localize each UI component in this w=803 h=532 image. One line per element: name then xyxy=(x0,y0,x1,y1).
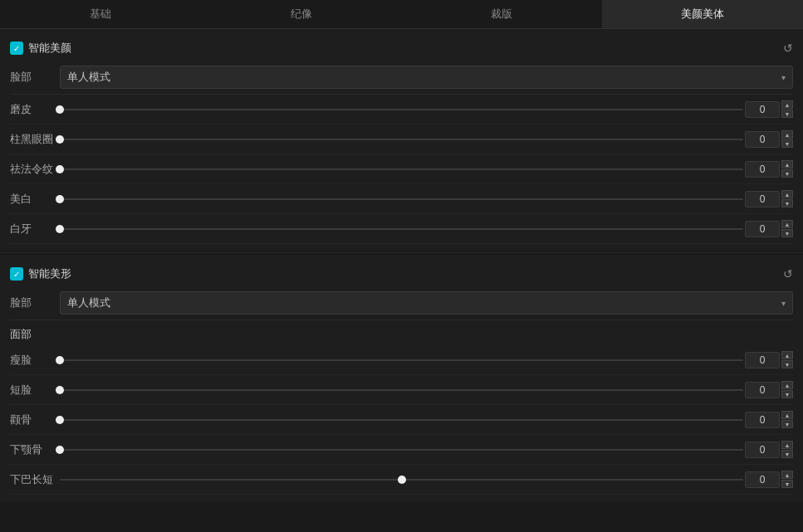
slider-track-wrap-face-2[interactable] xyxy=(60,161,743,178)
slider-track-wrap-body-1[interactable] xyxy=(60,382,743,398)
slider-row: 磨皮▲▼ xyxy=(10,95,793,124)
slider-thumb-face-0[interactable] xyxy=(56,105,64,114)
stepper-up-face-1[interactable]: ▲ xyxy=(781,130,793,139)
slider-label-body-3: 下颚骨 xyxy=(10,442,60,457)
face-mode-select[interactable]: 单人模式 ▾ xyxy=(60,66,793,89)
stepper-up-body-1[interactable]: ▲ xyxy=(781,381,793,389)
check-icon-body: ✓ xyxy=(13,270,20,279)
slider-row: 白牙▲▼ xyxy=(10,214,793,244)
slider-thumb-body-3[interactable] xyxy=(56,446,64,454)
stepper-face-1: ▲▼ xyxy=(781,130,793,148)
slider-value-input-body-4[interactable] xyxy=(745,471,780,488)
smart-face-checkbox[interactable]: ✓ xyxy=(10,41,23,55)
slider-label-face-0: 磨皮 xyxy=(10,102,60,117)
smart-face-reset-icon[interactable]: ↺ xyxy=(783,41,793,55)
slider-track-wrap-body-0[interactable] xyxy=(60,352,743,368)
stepper-body-3: ▲▼ xyxy=(781,441,793,458)
slider-thumb-face-3[interactable] xyxy=(56,195,64,203)
smart-face-section: ✓ 智能美颜 ↺ 脸部 单人模式 ▾ 磨皮▲▼柱黑眼圈▲▼祛法令纹▲▼美白▲▼白… xyxy=(0,29,803,251)
slider-value-box-face-1: ▲▼ xyxy=(743,130,793,148)
slider-thumb-face-1[interactable] xyxy=(56,135,64,144)
tab-basic[interactable]: 基础 xyxy=(0,0,201,28)
stepper-down-face-1[interactable]: ▼ xyxy=(781,139,793,148)
slider-track-face-2 xyxy=(60,168,743,170)
stepper-up-body-2[interactable]: ▲ xyxy=(781,411,793,419)
tab-beauty[interactable]: 美颜美体 xyxy=(602,0,803,28)
stepper-down-face-4[interactable]: ▼ xyxy=(781,229,793,237)
face-mode-value: 单人模式 xyxy=(67,70,110,85)
stepper-down-face-3[interactable]: ▼ xyxy=(781,199,793,207)
slider-value-box-body-4: ▲▼ xyxy=(743,471,793,488)
slider-row: 祛法令纹▲▼ xyxy=(10,154,793,184)
smart-body-reset-icon[interactable]: ↺ xyxy=(783,267,793,281)
slider-value-box-body-3: ▲▼ xyxy=(743,441,793,458)
stepper-up-body-0[interactable]: ▲ xyxy=(781,351,793,359)
body-face-mode-value: 单人模式 xyxy=(67,295,110,310)
slider-thumb-face-4[interactable] xyxy=(56,225,64,233)
slider-track-wrap-body-3[interactable] xyxy=(60,442,743,458)
stepper-up-face-2[interactable]: ▲ xyxy=(781,160,793,168)
face-label: 脸部 xyxy=(10,70,60,85)
stepper-down-body-1[interactable]: ▼ xyxy=(781,390,793,398)
slider-track-wrap-face-3[interactable] xyxy=(60,191,743,207)
slider-value-input-body-0[interactable] xyxy=(745,352,780,368)
slider-track-wrap-body-4[interactable] xyxy=(60,471,743,488)
slider-value-input-face-3[interactable] xyxy=(745,191,780,207)
slider-value-input-face-1[interactable] xyxy=(745,131,780,148)
stepper-down-body-3[interactable]: ▼ xyxy=(781,450,793,458)
stepper-body-4: ▲▼ xyxy=(781,471,793,488)
stepper-face-3: ▲▼ xyxy=(781,190,793,207)
tab-layout[interactable]: 裁版 xyxy=(402,0,603,28)
slider-track-body-0 xyxy=(60,359,743,361)
slider-row: 短脸▲▼ xyxy=(10,375,793,405)
slider-value-input-body-3[interactable] xyxy=(745,442,780,458)
stepper-up-face-0[interactable]: ▲ xyxy=(781,100,793,109)
face-sub-section: 面部 xyxy=(10,320,793,345)
stepper-up-face-4[interactable]: ▲ xyxy=(781,220,793,228)
slider-value-box-face-4: ▲▼ xyxy=(743,220,793,237)
stepper-down-body-0[interactable]: ▼ xyxy=(781,360,793,368)
slider-value-input-face-0[interactable] xyxy=(745,101,780,118)
slider-value-box-face-3: ▲▼ xyxy=(743,190,793,207)
slider-label-body-4: 下巴长短 xyxy=(10,472,60,487)
body-face-mode-select[interactable]: 单人模式 ▾ xyxy=(60,291,793,315)
slider-value-input-body-1[interactable] xyxy=(745,382,780,398)
smart-face-header: ✓ 智能美颜 ↺ xyxy=(10,36,793,61)
stepper-up-face-3[interactable]: ▲ xyxy=(781,190,793,198)
body-chevron-down-icon: ▾ xyxy=(781,299,786,308)
slider-track-face-3 xyxy=(60,198,743,200)
slider-thumb-body-4[interactable] xyxy=(398,476,406,484)
smart-face-mode-row: 脸部 单人模式 ▾ xyxy=(10,61,793,95)
slider-track-wrap-body-2[interactable] xyxy=(60,412,743,428)
slider-label-face-3: 美白 xyxy=(10,192,60,207)
smart-body-checkbox[interactable]: ✓ xyxy=(10,267,23,281)
smart-body-sliders: 瘦脸▲▼短脸▲▼颧骨▲▼下颚骨▲▼下巴长短▲▼ xyxy=(10,345,793,495)
tab-portrait[interactable]: 纪像 xyxy=(201,0,402,28)
slider-row: 下巴长短▲▼ xyxy=(10,465,793,495)
slider-value-box-body-0: ▲▼ xyxy=(743,351,793,368)
stepper-down-body-4[interactable]: ▼ xyxy=(781,480,793,488)
slider-value-input-body-2[interactable] xyxy=(745,412,780,428)
slider-label-face-1: 柱黑眼圈 xyxy=(10,132,60,147)
smart-body-mode-row: 脸部 单人模式 ▾ xyxy=(10,286,793,320)
body-face-label: 脸部 xyxy=(10,295,60,310)
slider-track-wrap-face-4[interactable] xyxy=(60,221,743,237)
stepper-down-face-0[interactable]: ▼ xyxy=(781,110,793,118)
slider-value-box-face-2: ▲▼ xyxy=(743,160,793,178)
stepper-down-body-2[interactable]: ▼ xyxy=(781,420,793,428)
stepper-up-body-4[interactable]: ▲ xyxy=(781,471,793,479)
slider-track-face-1 xyxy=(60,139,743,140)
slider-label-body-0: 瘦脸 xyxy=(10,353,60,368)
slider-track-wrap-face-1[interactable] xyxy=(60,131,743,148)
slider-value-input-face-2[interactable] xyxy=(745,161,780,178)
slider-thumb-body-0[interactable] xyxy=(56,356,64,364)
slider-track-wrap-face-0[interactable] xyxy=(60,101,743,118)
slider-track-body-2 xyxy=(60,419,743,421)
slider-thumb-body-2[interactable] xyxy=(56,416,64,424)
slider-thumb-face-2[interactable] xyxy=(56,165,64,173)
slider-thumb-body-1[interactable] xyxy=(56,386,64,394)
stepper-up-body-3[interactable]: ▲ xyxy=(781,441,793,449)
slider-value-input-face-4[interactable] xyxy=(745,221,780,237)
check-icon: ✓ xyxy=(13,44,20,53)
stepper-down-face-2[interactable]: ▼ xyxy=(781,169,793,178)
